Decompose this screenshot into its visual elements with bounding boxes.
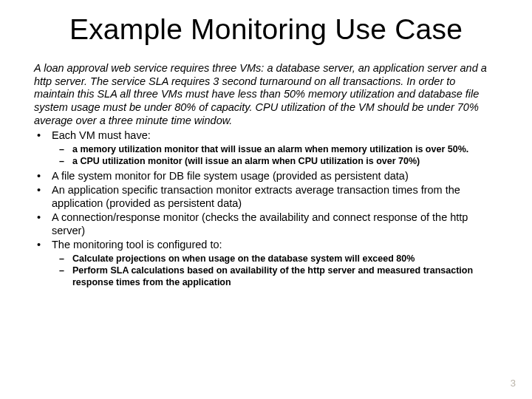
list-item: A file system monitor for DB file system… [34,169,498,183]
list-item: The monitoring tool is configured to: Ca… [34,238,498,288]
slide-title: Example Monitoring Use Case [34,13,498,46]
bullet-list: Each VM must have: a memory utilization … [34,129,498,288]
list-item-text: Each VM must have: [52,129,151,141]
sub-list-item: a memory utilization monitor that will i… [52,144,498,156]
list-item: An application specific transaction moni… [34,183,498,210]
sub-list-item: Calculate projections on when usage on t… [52,253,498,265]
sub-list: a memory utilization monitor that will i… [52,144,498,168]
sub-list: Calculate projections on when usage on t… [52,253,498,289]
list-item: A connection/response monitor (checks th… [34,211,498,237]
sub-list-item: Perform SLA calculations based on availa… [52,265,498,288]
list-item: Each VM must have: a memory utilization … [34,129,498,167]
sub-list-item: a CPU utilization monitor (will issue an… [52,156,498,168]
list-item-text: The monitoring tool is configured to: [52,239,222,250]
page-number: 3 [511,378,516,389]
intro-paragraph: A loan approval web service requires thr… [34,62,498,127]
